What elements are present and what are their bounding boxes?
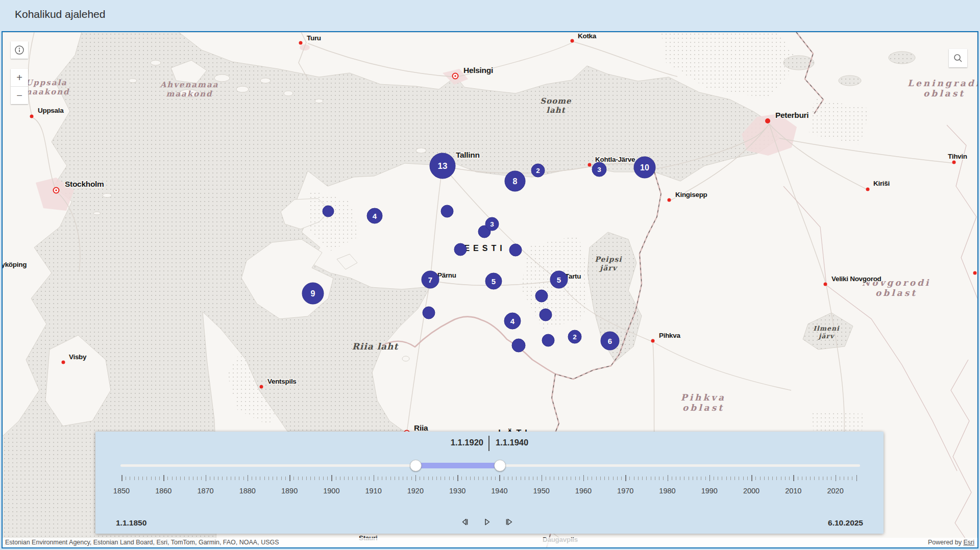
slider-tick xyxy=(378,477,378,480)
slider-tick xyxy=(470,477,471,480)
slider-tick xyxy=(840,477,840,480)
cluster-count: 13 xyxy=(438,161,448,171)
cluster-marker[interactable]: 9 xyxy=(302,283,324,304)
slider-tick xyxy=(521,477,521,480)
city-label: Helsingi xyxy=(463,66,493,74)
city-marker-core xyxy=(55,189,57,191)
slider-tick xyxy=(592,477,592,480)
esri-link[interactable]: Esri xyxy=(963,539,974,546)
cluster-marker[interactable] xyxy=(512,339,525,352)
slider-tick xyxy=(823,477,823,480)
slider-tick xyxy=(478,477,479,480)
city-marker xyxy=(260,385,263,389)
slider-tick xyxy=(130,477,130,480)
slider-tick xyxy=(357,477,357,480)
cluster-marker[interactable]: 8 xyxy=(505,171,525,191)
decade-label: 1880 xyxy=(236,487,259,495)
slider-tick xyxy=(172,477,173,480)
next-button[interactable] xyxy=(502,515,516,529)
slider-tick xyxy=(399,477,399,480)
cluster-count: 6 xyxy=(608,337,612,345)
cluster-marker[interactable]: 3 xyxy=(485,217,499,231)
zoom-controls: + − xyxy=(11,69,28,104)
slider-tick xyxy=(542,475,543,481)
cluster-marker[interactable]: 4 xyxy=(504,313,521,329)
slider-tick xyxy=(319,477,320,480)
slider-tick xyxy=(167,477,168,480)
slider-tick xyxy=(281,477,282,480)
city-marker xyxy=(668,198,671,202)
time-slider-panel: 1.1.1920 1.1.1940 1850186018701880189019… xyxy=(95,432,884,534)
slider-tick xyxy=(844,477,844,480)
slider-tick xyxy=(449,477,450,480)
slider-tick xyxy=(604,477,605,480)
decade-label: 1900 xyxy=(320,487,342,495)
cluster-marker[interactable]: 3 xyxy=(592,162,606,177)
region-label: Pihkvaoblast xyxy=(681,392,726,413)
slider-tick xyxy=(235,477,235,480)
previous-button[interactable] xyxy=(458,515,472,529)
cluster-marker[interactable]: 2 xyxy=(568,330,581,343)
slider-tick xyxy=(827,477,827,480)
cluster-marker[interactable]: 10 xyxy=(634,157,655,178)
zoom-out-button[interactable]: − xyxy=(11,86,28,104)
slider-tick xyxy=(672,477,672,480)
region-label: Ahvenamaamaakond xyxy=(160,80,219,98)
city-label: Pärnu xyxy=(437,271,456,279)
slider-tick xyxy=(348,477,349,480)
slider-tick xyxy=(369,477,370,480)
slider-tick xyxy=(546,477,546,480)
slider-tick xyxy=(273,477,273,480)
slider-tick xyxy=(420,477,420,480)
zoom-in-button[interactable]: + xyxy=(11,69,28,86)
slider-tick xyxy=(575,477,576,480)
cluster-marker[interactable] xyxy=(454,243,467,256)
cluster-marker[interactable] xyxy=(540,309,552,321)
slider-tick xyxy=(218,477,218,480)
slider-tick xyxy=(327,477,328,480)
slider-tick xyxy=(554,477,554,480)
slider-tick xyxy=(142,477,143,480)
attribution-bar: Estonian Environment Agency, Estonian La… xyxy=(3,538,977,547)
cluster-marker[interactable]: 13 xyxy=(430,153,455,179)
cluster-marker[interactable] xyxy=(542,334,554,346)
cluster-marker[interactable] xyxy=(441,205,453,217)
slider-tick xyxy=(621,477,622,480)
slider-tick xyxy=(836,475,837,481)
play-button[interactable] xyxy=(480,515,494,529)
slider-tick xyxy=(310,477,311,480)
cluster-marker[interactable]: 5 xyxy=(485,273,502,289)
slider-tick xyxy=(634,477,634,480)
cluster-marker[interactable] xyxy=(323,206,334,217)
city-label: Uppsala xyxy=(38,107,64,114)
slider-tick xyxy=(743,477,744,480)
city-label: Peterburi xyxy=(775,111,808,119)
cluster-marker[interactable] xyxy=(509,244,522,256)
cluster-marker[interactable]: 2 xyxy=(531,164,545,177)
map-container[interactable]: UppsalamaakondAhvenamaamaakondLeningradi… xyxy=(2,31,978,548)
cluster-marker[interactable] xyxy=(535,290,548,302)
city-marker xyxy=(62,361,65,364)
slider-tick xyxy=(239,477,239,480)
cluster-marker[interactable]: 4 xyxy=(367,208,382,223)
slider-tick xyxy=(722,477,722,480)
cluster-marker[interactable]: 5 xyxy=(550,271,568,288)
slider-tick xyxy=(734,477,735,480)
city-marker xyxy=(973,271,977,275)
slider-tick xyxy=(655,477,655,480)
slider-tick xyxy=(680,477,680,480)
cluster-marker[interactable]: 6 xyxy=(601,332,619,350)
decade-label: 1960 xyxy=(572,487,595,495)
slider-tick xyxy=(529,477,529,480)
cluster-marker[interactable] xyxy=(423,307,435,319)
cluster-count: 2 xyxy=(536,167,540,174)
cluster-marker[interactable]: 7 xyxy=(422,271,439,288)
slider-tick xyxy=(344,477,345,480)
previous-icon xyxy=(460,517,470,527)
city-marker xyxy=(952,161,956,164)
slider-tick xyxy=(461,477,462,480)
info-button[interactable] xyxy=(11,41,28,59)
search-button[interactable] xyxy=(949,49,967,67)
slider-tick xyxy=(121,475,122,481)
zoom-in-label: + xyxy=(16,72,22,84)
